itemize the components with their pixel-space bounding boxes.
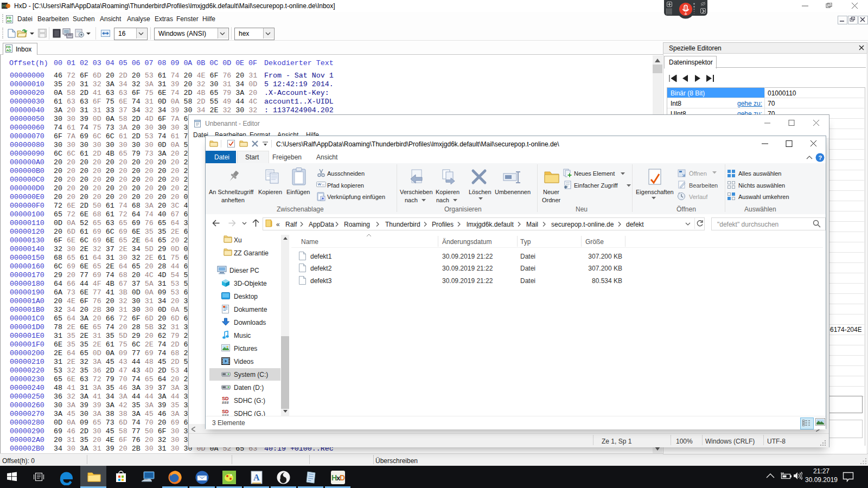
svg-text:A: A xyxy=(253,473,260,482)
svg-text:D: D xyxy=(340,473,345,482)
svg-text:?: ? xyxy=(819,155,822,161)
svg-text:AO: AO xyxy=(7,20,12,23)
svg-text:H: H xyxy=(2,3,6,9)
svg-text:###: ### xyxy=(222,401,229,404)
svg-text:AO: AO xyxy=(7,49,11,52)
